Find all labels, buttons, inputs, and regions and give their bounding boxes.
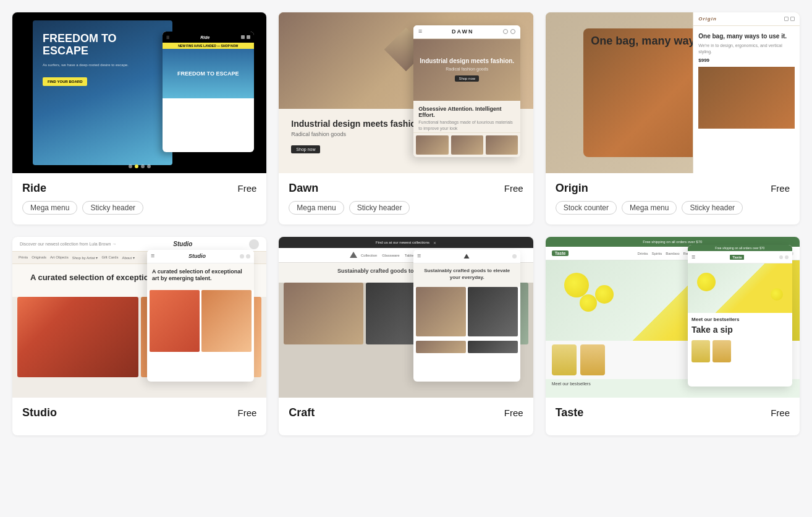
card-dawn[interactable]: Industrial design meets fashion. Radical… (279, 12, 533, 224)
ride-headline: FREEDOM TO ESCAPE (43, 33, 163, 58)
ride-title: Ride (22, 182, 46, 195)
origin-price-label: Free (771, 183, 790, 194)
craft-mobile-item-1 (416, 287, 466, 336)
card-ride[interactable]: FREEDOM TO ESCAPE As surfers, we have a … (12, 12, 266, 224)
craft-product-1 (284, 283, 363, 344)
origin-mobile-headline: One bag, many ways to use it. (698, 32, 795, 40)
studio-footer: Studio Free (12, 398, 266, 435)
carousel-dot[interactable] (147, 164, 151, 168)
craft-nav-logo (349, 250, 361, 260)
taste-nav-bamboo: Bamboo (666, 252, 679, 255)
ride-mobile-headline: FREEDOM TO ESCAPE (177, 70, 239, 77)
studio-price: Free (237, 408, 256, 418)
studio-nav-discover: Discover our newest collection from Lula… (20, 242, 116, 246)
taste-mobile-lemon (697, 273, 716, 291)
taste-nav-spirits: Spirits (652, 252, 662, 255)
taste-product-1 (552, 344, 577, 375)
taste-title: Taste (556, 406, 584, 419)
dawn-mobile-cta: Shop now (455, 75, 479, 82)
origin-preview: One bag, many ways to use it. Origin One… (546, 12, 800, 173)
dawn-mobile-logo: DAWN (452, 28, 474, 35)
origin-footer: Origin Free Stock counter Mega menu Stic… (546, 173, 800, 224)
dawn-thumb-3 (486, 135, 518, 155)
dawn-attention: Obsessive Attention. Intelligent Effort. (418, 106, 515, 118)
taste-product-2 (580, 344, 605, 375)
taste-price: Free (771, 408, 790, 418)
svg-marker-0 (350, 252, 357, 258)
craft-title: Craft (289, 406, 315, 419)
taste-preview: Free shipping on all orders over $70 Tas… (546, 237, 800, 398)
card-taste[interactable]: Free shipping on all orders over $70 Tas… (546, 237, 800, 435)
studio-mobile-title: A curated selection of exceptional art b… (152, 268, 249, 283)
dawn-thumb-1 (416, 135, 448, 155)
ride-sub: As surfers, we have a deep-rooted desire… (43, 62, 163, 68)
ride-mobile-banner: NEW FINS HAVE LANDED — SHOP NOW (163, 43, 254, 49)
taste-mobile-logo: Taste (730, 255, 744, 260)
dawn-tags: Mega menu Sticky header (289, 201, 523, 215)
studio-preview: Discover our newest collection from Lula… (12, 237, 266, 398)
taste-banner: Free shipping on all orders over $70 (643, 240, 702, 244)
theme-grid: FREEDOM TO ESCAPE As surfers, we have a … (12, 12, 800, 435)
ride-preview: FREEDOM TO ESCAPE As surfers, we have a … (12, 12, 266, 173)
studio-nav-logo: Studio (173, 241, 192, 247)
studio-title: Studio (22, 406, 57, 419)
taste-lemon-2 (595, 285, 614, 304)
studio-art-1 (17, 297, 138, 377)
dawn-footer: Dawn Free Mega menu Sticky header (279, 173, 533, 224)
tag-stock-counter[interactable]: Stock counter (556, 201, 617, 215)
tag-sticky-header[interactable]: Sticky header (82, 201, 143, 215)
tag-mega-menu[interactable]: Mega menu (22, 201, 77, 215)
tag-sticky-header[interactable]: Sticky header (682, 201, 743, 215)
origin-bag-image (698, 67, 795, 129)
card-origin[interactable]: One bag, many ways to use it. Origin One… (546, 12, 800, 224)
craft-footer: Craft Free (279, 398, 533, 435)
taste-footer: Taste Free (546, 398, 800, 435)
tag-mega-menu[interactable]: Mega menu (622, 201, 677, 215)
ride-mobile-logo: Ride (200, 35, 209, 40)
craft-mobile-item-2 (468, 287, 518, 336)
dawn-mobile-headline: Industrial design meets fashion. (415, 57, 519, 65)
taste-lemon-1 (564, 273, 589, 297)
ride-footer: Ride Free Mega menu Sticky header (12, 173, 266, 224)
studio-mobile-logo: Studio (188, 253, 206, 259)
taste-mobile-subtext: Meet our bestsellers (691, 317, 789, 322)
ride-cta: FIND YOUR BOARD (43, 77, 88, 86)
craft-mobile-title: Sustainably crafted goods to elevate you… (418, 267, 515, 281)
origin-mobile-logo: Origin (698, 16, 717, 22)
craft-preview: Find us at our newest collections ✕ Coll… (279, 237, 533, 398)
card-craft[interactable]: Find us at our newest collections ✕ Coll… (279, 237, 533, 435)
carousel-dot[interactable] (135, 164, 138, 168)
dawn-effort: Functional handbags made of luxurious ma… (418, 119, 515, 132)
ride-tags: Mega menu Sticky header (22, 201, 256, 215)
dawn-price: Free (504, 183, 523, 194)
origin-mobile-sub: We're in to design, ergonomics, and vert… (698, 43, 795, 55)
tag-sticky-header[interactable]: Sticky header (349, 201, 410, 215)
dawn-title: Dawn (289, 182, 318, 195)
carousel-dot[interactable] (129, 164, 132, 168)
tag-mega-menu[interactable]: Mega menu (289, 201, 344, 215)
origin-price: $999 (698, 58, 795, 63)
ride-price: Free (237, 183, 256, 194)
dawn-cta: Shop now (291, 145, 320, 153)
studio-mobile-art-2 (201, 290, 252, 352)
origin-title: Origin (556, 182, 588, 195)
craft-price: Free (504, 408, 523, 418)
taste-mobile-sip: Take a sip (691, 325, 789, 335)
carousel-dot[interactable] (141, 164, 145, 168)
taste-mobile-banner: Free shipping on all orders over $70 (688, 245, 792, 251)
taste-nav-logo: Taste (552, 250, 569, 256)
dawn-preview: Industrial design meets fashion. Radical… (279, 12, 533, 173)
card-studio[interactable]: Discover our newest collection from Lula… (12, 237, 266, 435)
studio-mobile-art-1 (150, 290, 200, 352)
origin-tags: Stock counter Mega menu Sticky header (556, 201, 790, 215)
svg-marker-1 (464, 254, 470, 259)
dawn-thumb-2 (451, 135, 483, 155)
taste-nav-drinks: Drinks (638, 252, 648, 255)
dawn-mobile-sub: Radical fashion goods (415, 67, 519, 71)
